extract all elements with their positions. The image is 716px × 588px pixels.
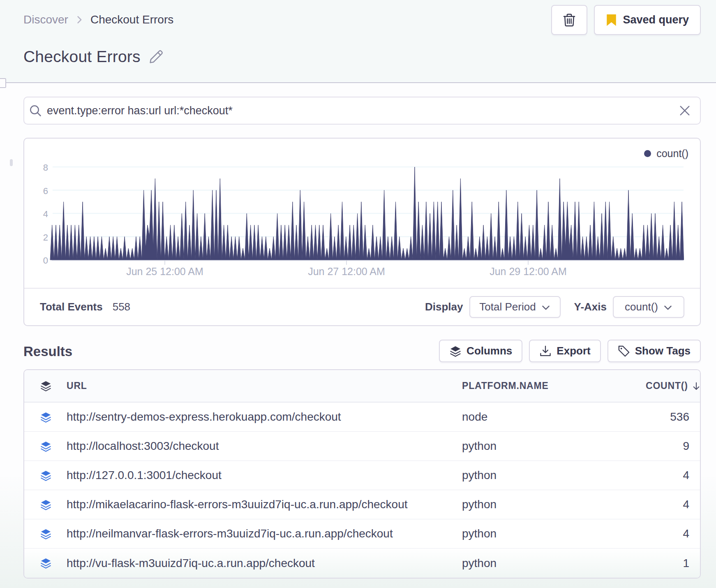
download-icon (539, 345, 552, 357)
show-tags-button[interactable]: Show Tags (607, 340, 701, 362)
columns-button-label: Columns (467, 345, 512, 357)
sidebar-collapse-handle[interactable] (0, 78, 6, 88)
svg-text:8: 8 (43, 162, 48, 173)
svg-text:0: 0 (43, 255, 48, 266)
search-input[interactable] (47, 104, 679, 117)
cell-count[interactable]: 4 (646, 469, 700, 482)
column-header-platform[interactable]: PLATFORM.NAME (462, 380, 646, 391)
table-row: http://sentry-demos-express.herokuapp.co… (24, 403, 700, 432)
cell-platform[interactable]: python (462, 527, 646, 540)
cell-count[interactable]: 1 (646, 557, 700, 570)
cell-url[interactable]: http://127.0.0.1:3001/checkout (67, 469, 462, 482)
stack-icon[interactable] (40, 440, 52, 452)
cell-url[interactable]: http://localhost:3003/checkout (67, 440, 462, 453)
svg-text:4: 4 (43, 209, 48, 219)
saved-query-label: Saved query (623, 14, 689, 26)
edit-title-pencil-icon[interactable] (149, 49, 164, 64)
export-button-label: Export (557, 345, 590, 357)
cell-count[interactable]: 4 (646, 527, 700, 540)
svg-text:Jun 29 12:00 AM: Jun 29 12:00 AM (490, 266, 567, 277)
legend-label: count() (656, 148, 688, 160)
stack-icon[interactable] (40, 557, 52, 569)
legend-dot-icon (644, 150, 651, 157)
cell-platform[interactable]: python (462, 469, 646, 482)
breadcrumb-chevron-icon (75, 15, 84, 24)
show-tags-button-label: Show Tags (635, 345, 691, 357)
svg-text:Jun 27 12:00 AM: Jun 27 12:00 AM (308, 266, 385, 277)
breadcrumb: Discover Checkout Errors (23, 13, 173, 26)
display-value: Total Period (479, 301, 536, 313)
stack-icon[interactable] (40, 470, 52, 482)
table-row: http://mikaelacarino-flask-errors-m3uuiz… (24, 490, 700, 519)
columns-button[interactable]: Columns (439, 340, 522, 362)
search-bar (23, 97, 701, 125)
table-header-row: URL PLATFORM.NAME COUNT() (24, 370, 700, 403)
delete-query-button[interactable] (551, 5, 587, 35)
display-label: Display (425, 301, 463, 313)
chart-legend[interactable]: count() (644, 148, 688, 160)
events-chart[interactable]: 02468Jun 25 12:00 AMJun 27 12:00 AMJun 2… (24, 139, 700, 288)
cell-url[interactable]: http://neilmanvar-flask-errors-m3uuizd7i… (67, 527, 462, 540)
sort-desc-arrow-icon (691, 381, 701, 391)
search-icon (29, 104, 42, 117)
display-dropdown[interactable]: Total Period (469, 296, 561, 318)
stack-icon[interactable] (40, 528, 52, 540)
svg-text:6: 6 (43, 186, 48, 196)
cell-count[interactable]: 536 (646, 410, 700, 424)
breadcrumb-current: Checkout Errors (90, 13, 173, 26)
page-title: Checkout Errors (23, 48, 141, 66)
trash-icon (562, 13, 577, 28)
total-events-value: 558 (113, 301, 130, 313)
chevron-down-icon (541, 303, 550, 312)
stack-icon[interactable] (40, 411, 52, 423)
cell-url[interactable]: http://sentry-demos-express.herokuapp.co… (67, 410, 462, 424)
yaxis-label: Y-Axis (574, 301, 607, 313)
stack-icon[interactable] (40, 499, 52, 511)
cell-url[interactable]: http://vu-flask-m3uuizd7iq-uc.a.run.app/… (67, 557, 462, 570)
table-row: http://vu-flask-m3uuizd7iq-uc.a.run.app/… (24, 549, 700, 578)
cell-platform[interactable]: python (462, 498, 646, 511)
svg-text:Jun 25 12:00 AM: Jun 25 12:00 AM (126, 266, 203, 277)
table-row: http://neilmanvar-flask-errors-m3uuizd7i… (24, 519, 700, 549)
cell-platform[interactable]: python (462, 440, 646, 453)
events-chart-panel: 02468Jun 25 12:00 AMJun 27 12:00 AMJun 2… (23, 138, 701, 326)
results-table: URL PLATFORM.NAME COUNT() http://sentry-… (23, 369, 701, 579)
cell-platform[interactable]: node (462, 410, 646, 424)
total-events-label: Total Events (40, 301, 103, 313)
chevron-down-icon (663, 303, 672, 312)
stack-icon (40, 380, 52, 392)
yaxis-dropdown[interactable]: count() (613, 296, 684, 318)
chart-footer: Total Events 558 Display Total Period Y-… (24, 288, 700, 325)
left-edge-pill (10, 159, 13, 166)
svg-text:2: 2 (43, 232, 48, 243)
clear-search-icon[interactable] (679, 104, 691, 117)
cell-url[interactable]: http://mikaelacarino-flask-errors-m3uuiz… (67, 498, 462, 511)
table-row: http://localhost:3003/checkoutpython9 (24, 432, 700, 461)
saved-query-button[interactable]: Saved query (594, 5, 701, 35)
bookmark-icon (606, 14, 617, 26)
layers-icon (449, 345, 462, 357)
cell-count[interactable]: 4 (646, 498, 700, 511)
tag-icon (618, 345, 630, 357)
results-heading: Results (23, 344, 72, 359)
cell-platform[interactable]: python (462, 557, 646, 570)
column-header-url[interactable]: URL (67, 380, 462, 391)
cell-count[interactable]: 9 (646, 440, 700, 453)
column-header-count[interactable]: COUNT() (646, 380, 701, 391)
breadcrumb-discover[interactable]: Discover (23, 13, 68, 26)
yaxis-value: count() (625, 301, 658, 313)
table-row: http://127.0.0.1:3001/checkoutpython4 (24, 461, 700, 490)
export-button[interactable]: Export (529, 340, 601, 362)
